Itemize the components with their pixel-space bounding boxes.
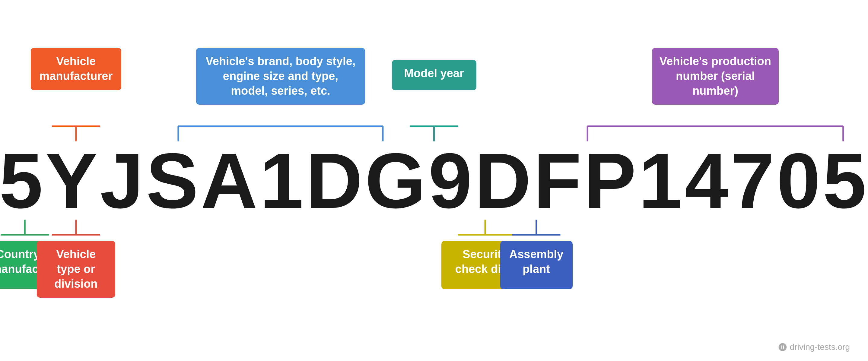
vehicle-manufacturer-label: Vehicle manufacturer xyxy=(31,48,121,90)
vehicle-descriptor-label: Vehicle's brand, body style, engine size… xyxy=(196,48,365,105)
vehicle-type-label: Vehicle type or division xyxy=(37,241,115,298)
assembly-plant-label: Assembly plant xyxy=(500,241,572,289)
vin-text: 5YJSA1DG9DFP14705 xyxy=(0,141,868,220)
model-year-label: Model year xyxy=(392,60,476,90)
watermark-icon xyxy=(778,342,787,352)
production-number-label: Vehicle's production number (serial numb… xyxy=(652,48,779,105)
diagram-container: 5YJSA1DG9DFP14705 driving-tests.org Vehi… xyxy=(0,0,868,361)
vin-display-row: 5YJSA1DG9DFP14705 xyxy=(0,141,868,220)
watermark-text: driving-tests.org xyxy=(790,342,850,352)
watermark: driving-tests.org xyxy=(778,342,850,352)
